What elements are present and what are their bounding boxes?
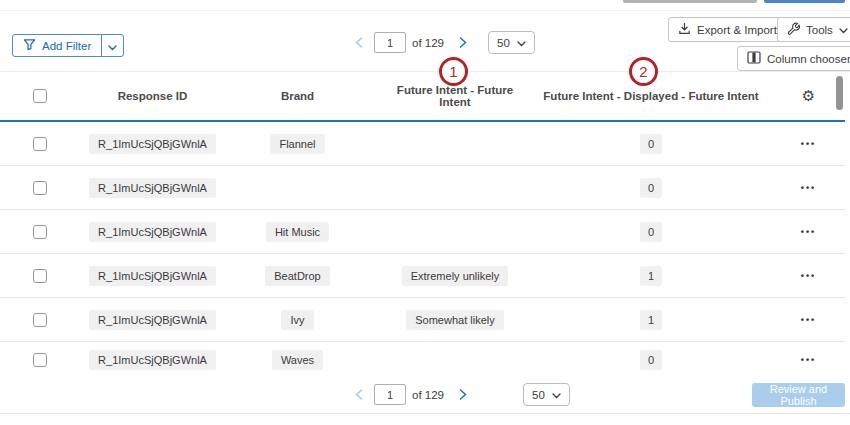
add-filter-main[interactable]: Add Filter [13,35,101,56]
chevron-down-icon [552,389,561,401]
row-checkbox[interactable] [33,181,47,195]
page-size-select[interactable]: 50 [488,31,535,54]
table-body: R_1ImUcSjQBjGWnlA Flannel 0 ••• R_1ImUcS… [0,122,845,378]
page-size-value: 50 [497,37,510,49]
column-header-displayed-future-intent[interactable]: Future Intent - Displayed - Future Inten… [530,90,772,102]
column-header-brand[interactable]: Brand [215,90,380,102]
table-settings-gear-icon[interactable]: ⚙ [772,87,845,105]
table-row: R_1ImUcSjQBjGWnlA Hit Music 0 ••• [0,210,845,254]
page-size-select[interactable]: 50 [523,383,570,406]
displayed-cell[interactable]: 1 [640,310,662,330]
tools-label: Tools [806,24,833,36]
row-actions-icon[interactable]: ••• [772,271,845,281]
brand-cell[interactable]: Waves [272,350,323,370]
row-checkbox[interactable] [33,269,47,283]
response-id-cell[interactable]: R_1ImUcSjQBjGWnlA [89,222,216,242]
tools-button[interactable]: Tools [777,17,850,42]
annotation-2-number: 2 [639,63,647,80]
footer-divider [0,413,850,414]
table-row: R_1ImUcSjQBjGWnlA 0 ••• [0,166,845,210]
filter-funnel-icon [23,38,36,53]
response-id-cell[interactable]: R_1ImUcSjQBjGWnlA [89,178,216,198]
page-size-value: 50 [532,389,545,401]
review-and-publish-button[interactable]: Review and Publish [752,383,845,407]
displayed-cell[interactable]: 0 [640,178,662,198]
cutoff-blue-button-edge [764,0,845,3]
brand-cell[interactable]: Hit Music [266,222,329,242]
response-id-cell[interactable]: R_1ImUcSjQBjGWnlA [89,310,216,330]
previous-page-button[interactable] [352,389,366,400]
displayed-cell[interactable]: 0 [640,350,662,370]
page-count-label: of 129 [412,37,444,49]
response-id-cell[interactable]: R_1ImUcSjQBjGWnlA [89,350,216,370]
page-number-input[interactable] [374,32,406,53]
row-checkbox[interactable] [33,137,47,151]
chevron-down-icon [108,37,117,55]
row-checkbox[interactable] [33,353,47,367]
previous-page-button[interactable] [352,37,366,48]
row-actions-icon[interactable]: ••• [772,183,845,193]
annotation-1-number: 1 [449,63,457,80]
vertical-scrollbar[interactable] [836,76,843,110]
export-import-label: Export & Import [697,24,777,36]
download-icon [678,22,691,37]
column-chooser-label: Column chooser [767,53,850,65]
future-intent-cell[interactable]: Somewhat likely [406,310,503,330]
table-row: R_1ImUcSjQBjGWnlA Flannel 0 ••• [0,122,845,166]
row-actions-icon[interactable]: ••• [772,355,845,365]
row-actions-icon[interactable]: ••• [772,315,845,325]
row-actions-icon[interactable]: ••• [772,139,845,149]
columns-icon [747,51,761,66]
response-id-cell[interactable]: R_1ImUcSjQBjGWnlA [89,134,216,154]
column-header-response-id[interactable]: Response ID [90,90,215,102]
chevron-down-icon [517,37,526,49]
pagination-bottom: of 129 50 [352,383,570,406]
table-row: R_1ImUcSjQBjGWnlA BeatDrop Extremely unl… [0,254,845,298]
next-page-button[interactable] [456,389,470,400]
annotation-circle-1: 1 [439,57,468,86]
annotation-circle-2: 2 [629,57,658,86]
column-chooser-button[interactable]: Column chooser [737,46,850,71]
next-page-button[interactable] [456,37,470,48]
table-row: R_1ImUcSjQBjGWnlA Waves 0 ••• [0,342,845,378]
page-count-label: of 129 [412,389,444,401]
brand-cell[interactable]: BeatDrop [265,266,329,286]
column-header-future-intent[interactable]: Future Intent - Future Intent [380,84,530,108]
add-filter-dropdown-toggle[interactable] [101,35,123,56]
row-actions-icon[interactable]: ••• [772,227,845,237]
page-number-input[interactable] [374,384,406,405]
chevron-down-icon [839,24,848,36]
data-and-analysis-page: Add Filter of 129 50 Export & Import [0,0,850,425]
table-row: R_1ImUcSjQBjGWnlA Ivy Somewhat likely 1 … [0,298,845,342]
displayed-cell[interactable]: 0 [640,134,662,154]
displayed-cell[interactable]: 1 [640,266,662,286]
select-all-checkbox[interactable] [33,89,47,103]
pagination-top: of 129 50 [352,31,535,54]
cutoff-gray-button-edge [623,0,757,3]
row-checkbox[interactable] [33,313,47,327]
brand-cell[interactable]: Flannel [270,134,324,154]
row-checkbox[interactable] [33,225,47,239]
wrench-icon [787,22,800,37]
response-id-cell[interactable]: R_1ImUcSjQBjGWnlA [89,266,216,286]
top-divider [0,10,850,11]
add-filter-button[interactable]: Add Filter [12,34,124,57]
table-header-row: Response ID Brand Future Intent - Future… [0,72,845,120]
add-filter-label: Add Filter [42,40,91,52]
future-intent-cell[interactable]: Extremely unlikely [402,266,509,286]
brand-cell[interactable]: Ivy [281,310,313,330]
displayed-cell[interactable]: 0 [640,222,662,242]
